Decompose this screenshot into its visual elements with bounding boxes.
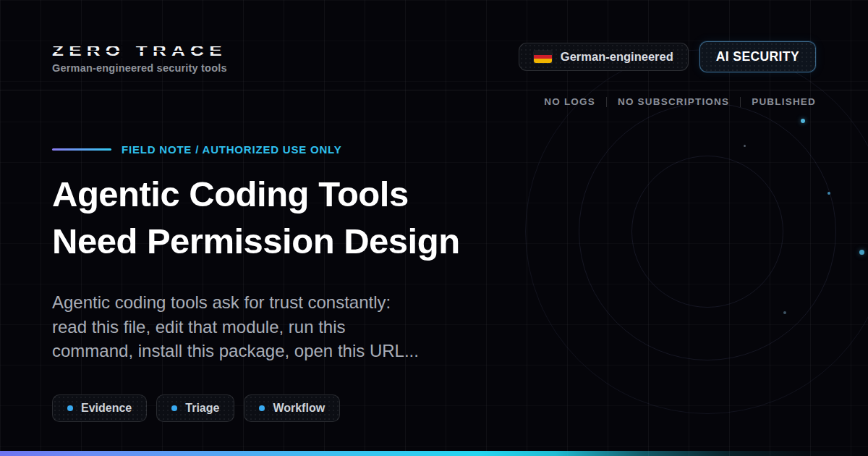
hero-section: FIELD NOTE / AUTHORIZED USE ONLY Agentic… (52, 143, 544, 422)
header-badges: German-engineered AI SECURITY (519, 41, 816, 72)
eyebrow-label: FIELD NOTE / AUTHORIZED USE ONLY (122, 143, 342, 156)
brand-name: ZERO TRACE (52, 42, 227, 59)
brand-wordmark: ZERO TRACE (52, 41, 221, 62)
decor-dot (801, 119, 805, 123)
german-flag-icon (534, 51, 552, 63)
tag-list: Evidence Triage Workflow (52, 394, 544, 422)
header: ZERO TRACE German-engineered security to… (0, 0, 868, 90)
tag-evidence[interactable]: Evidence (52, 394, 147, 422)
ai-security-label: AI SECURITY (716, 49, 799, 64)
ai-security-button[interactable]: AI SECURITY (699, 41, 816, 72)
hero-description-line-2: read this file, edit that module, run th… (52, 315, 544, 339)
decor-dot (783, 311, 786, 314)
german-engineered-badge[interactable]: German-engineered (519, 43, 689, 71)
decor-dot (859, 250, 864, 255)
meta-bar: NO LOGS NO SUBSCRIPTIONS PUBLISHED (544, 96, 816, 107)
meta-item-no-logs: NO LOGS (544, 96, 595, 107)
eyebrow: FIELD NOTE / AUTHORIZED USE ONLY (52, 143, 544, 156)
page-title-line-1: Agentic Coding Tools (52, 171, 544, 218)
decor-circle-inner (631, 156, 783, 308)
meta-separator (740, 97, 741, 107)
tag-dot-icon (259, 405, 265, 411)
tag-label: Workflow (273, 402, 325, 415)
meta-item-published: PUBLISHED (752, 96, 816, 107)
page-title-line-2: Need Permission Design (52, 218, 544, 265)
tag-label: Triage (185, 402, 219, 415)
page-title: Agentic Coding Tools Need Permission Des… (52, 171, 544, 265)
tag-dot-icon (171, 405, 177, 411)
meta-separator (606, 97, 607, 107)
tag-label: Evidence (81, 402, 132, 415)
bottom-accent-bar (0, 451, 868, 456)
brand-tagline: German-engineered security tools (52, 62, 227, 74)
hero-description: Agentic coding tools ask for trust const… (52, 290, 544, 363)
hero-description-line-1: Agentic coding tools ask for trust const… (52, 290, 544, 315)
tag-dot-icon (67, 405, 73, 411)
brand-logo: ZERO TRACE German-engineered security to… (52, 41, 227, 74)
meta-item-no-subscriptions: NO SUBSCRIPTIONS (618, 96, 729, 107)
tag-triage[interactable]: Triage (156, 394, 234, 422)
hero-description-line-3: command, install this package, open this… (52, 339, 544, 363)
tag-workflow[interactable]: Workflow (244, 394, 340, 422)
eyebrow-gradient-line (52, 148, 111, 151)
decor-dot (827, 192, 830, 195)
german-engineered-label: German-engineered (561, 50, 673, 64)
decor-dot (744, 145, 746, 147)
